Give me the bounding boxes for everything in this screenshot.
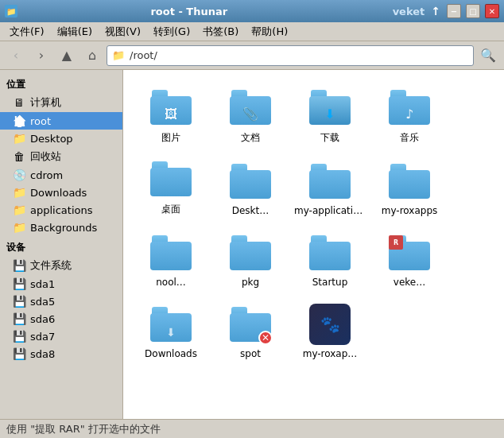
sda8-icon: 💾	[13, 347, 25, 360]
arrow-icon: ↑	[431, 5, 440, 17]
backgrounds-folder-icon: 📁	[13, 221, 25, 234]
rar-badge: R	[389, 235, 403, 250]
sidebar-item-sda6[interactable]: 💾 sda6	[0, 310, 122, 328]
file-area: 🖼 图片 📎 文档 ⬇ 下载	[123, 70, 504, 419]
file-item-pkg[interactable]: pkg	[211, 221, 290, 293]
sidebar-item-trash[interactable]: 🗑 回收站	[0, 147, 122, 166]
minimize-button[interactable]: −	[447, 4, 461, 18]
menu-help[interactable]: 帮助(H)	[245, 23, 294, 41]
file-label-myapps: my-applications	[294, 205, 366, 216]
back-button[interactable]: ‹	[5, 45, 27, 67]
applications-folder-icon: 📁	[13, 203, 25, 216]
file-label-documents: 文档	[241, 131, 260, 145]
home-button[interactable]: ⌂	[81, 45, 103, 67]
file-label-download: 下载	[320, 131, 339, 145]
sidebar-item-sda7[interactable]: 💾 sda7	[0, 328, 122, 345]
file-item-myapps[interactable]: my-applications	[290, 149, 370, 221]
menubar: 文件(F) 编辑(E) 视图(V) 转到(G) 书签(B) 帮助(H)	[0, 22, 504, 41]
sidebar-label-trash: 回收站	[30, 149, 61, 164]
file-label-downloads2: Downloads	[145, 348, 197, 359]
file-item-desktopfolder[interactable]: Deskt…	[211, 149, 290, 221]
sda6-icon: 💾	[13, 312, 25, 325]
file-item-download[interactable]: ⬇ 下载	[290, 78, 370, 149]
sidebar-label-filesystem: 文件系统	[30, 258, 72, 273]
file-label-veke: veke…	[394, 277, 425, 288]
sidebar-label-root: root	[30, 115, 51, 127]
folder-icon: 📁	[112, 49, 125, 61]
sidebar-label-computer: 计算机	[30, 95, 61, 110]
roxapps-icon: 🐾	[309, 304, 351, 345]
home-icon: 🏠	[13, 114, 25, 127]
sidebar-item-root[interactable]: 🏠 root	[0, 112, 122, 130]
sidebar-item-backgrounds[interactable]: 📁 Backgrounds	[0, 219, 122, 236]
sidebar-item-cdrom[interactable]: 💿 cdrom	[0, 166, 122, 184]
sidebar-label-sda7: sda7	[30, 331, 55, 343]
file-item-myrox[interactable]: my-roxapps	[370, 149, 449, 221]
file-item-spot[interactable]: ✕ spot	[211, 293, 290, 364]
sidebar-item-sda1[interactable]: 💾 sda1	[0, 275, 122, 293]
places-section-title: 位置	[0, 73, 122, 93]
sda7-icon: 💾	[13, 330, 25, 343]
file-item-veke[interactable]: R veke…	[370, 221, 449, 293]
file-label-myrox: my-roxapps	[382, 205, 438, 216]
sidebar-item-downloads[interactable]: 📁 Downloads	[0, 184, 122, 201]
trash-icon: 🗑	[13, 150, 25, 163]
sidebar-label-desktop: Desktop	[30, 133, 73, 145]
file-item-desktop2[interactable]: 桌面	[131, 149, 211, 221]
sidebar-label-sda5: sda5	[30, 296, 55, 308]
sidebar-label-sda1: sda1	[30, 278, 55, 290]
address-bar[interactable]: 📁 /root/	[107, 45, 474, 66]
sidebar-label-downloads: Downloads	[30, 187, 87, 199]
file-label-pictures: 图片	[161, 131, 180, 145]
sidebar-item-computer[interactable]: 🖥 计算机	[0, 93, 122, 112]
titlebar: 📁 root - Thunar veket ↑ − □ ✕	[0, 0, 504, 22]
menu-edit[interactable]: 编辑(E)	[51, 23, 99, 41]
file-item-documents[interactable]: 📎 文档	[211, 78, 290, 149]
file-item-music[interactable]: ♪ 音乐	[370, 78, 449, 149]
desktop-icon: 📁	[13, 132, 25, 145]
sidebar-label-backgrounds: Backgrounds	[30, 222, 97, 234]
sidebar-item-sda8[interactable]: 💾 sda8	[0, 345, 122, 362]
file-label-startup: Startup	[312, 277, 348, 288]
sidebar-item-applications[interactable]: 📁 applications	[0, 201, 122, 219]
file-label-nool: nool…	[156, 277, 186, 288]
file-label-desktop2: 桌面	[161, 203, 180, 216]
file-item-pictures[interactable]: 🖼 图片	[131, 78, 211, 149]
sidebar-label-applications: applications	[30, 204, 92, 216]
close-button[interactable]: ✕	[485, 4, 499, 18]
filesystem-icon: 💾	[13, 259, 25, 272]
veket-label: veket	[393, 6, 425, 17]
menu-file[interactable]: 文件(F)	[3, 23, 51, 41]
delete-badge: ✕	[258, 331, 273, 345]
toolbar: ‹ › ▲ ⌂ 📁 /root/ 🔍	[0, 41, 504, 70]
main-area: 位置 🖥 计算机 🏠 root 📁 Desktop 🗑 回收站 💿 cdrom …	[0, 70, 504, 419]
sidebar: 位置 🖥 计算机 🏠 root 📁 Desktop 🗑 回收站 💿 cdrom …	[0, 70, 123, 419]
file-item-downloads2[interactable]: ⬇ Downloads	[131, 293, 211, 364]
sidebar-label-sda8: sda8	[30, 348, 55, 360]
cdrom-icon: 💿	[13, 169, 25, 181]
status-text: 使用 "提取 RAR" 打开选中的文件	[6, 422, 161, 436]
forward-button[interactable]: ›	[30, 45, 52, 67]
up-button[interactable]: ▲	[56, 45, 78, 67]
file-item-nool[interactable]: nool…	[131, 221, 211, 293]
search-button[interactable]: 🔍	[477, 45, 499, 67]
maximize-button[interactable]: □	[466, 4, 480, 18]
menu-view[interactable]: 视图(V)	[99, 23, 147, 41]
file-label-spot: spot	[240, 348, 261, 359]
menu-bookmarks[interactable]: 书签(B)	[196, 23, 245, 41]
sidebar-item-desktop[interactable]: 📁 Desktop	[0, 130, 122, 147]
file-item-myroxapps2[interactable]: 🐾 my-roxap…	[290, 293, 370, 364]
menu-goto[interactable]: 转到(G)	[147, 23, 196, 41]
devices-section-title: 设备	[0, 236, 122, 256]
sda1-icon: 💾	[13, 277, 25, 290]
downloads-folder-icon: 📁	[13, 186, 25, 199]
sidebar-item-sda5[interactable]: 💾 sda5	[0, 293, 122, 310]
address-text: /root/	[130, 49, 468, 61]
file-item-startup[interactable]: Startup	[290, 221, 370, 293]
sda5-icon: 💾	[13, 295, 25, 308]
file-label-music: 音乐	[400, 131, 419, 145]
file-label-desktopfolder: Deskt…	[232, 205, 269, 216]
file-label-pkg: pkg	[242, 277, 259, 288]
sidebar-item-filesystem[interactable]: 💾 文件系统	[0, 256, 122, 275]
app-icon: 📁	[5, 5, 17, 17]
